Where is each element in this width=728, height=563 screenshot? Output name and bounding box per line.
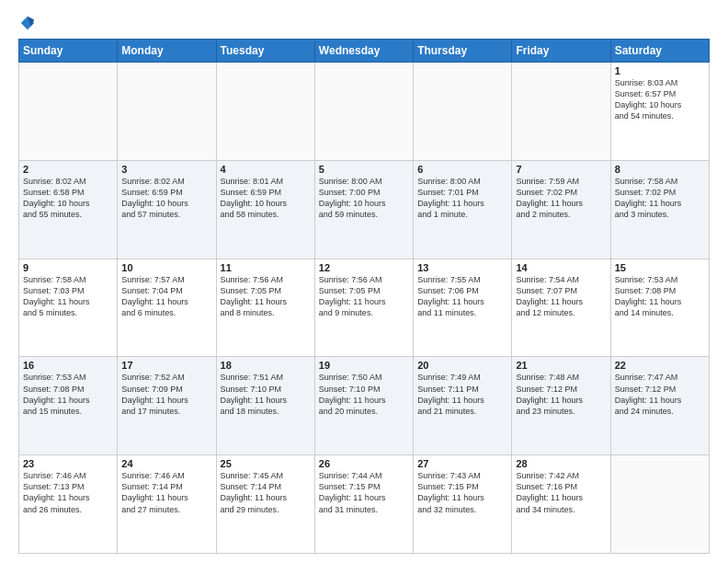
day-info: Sunrise: 7:56 AM Sunset: 7:05 PM Dayligh…	[221, 274, 311, 319]
calendar-cell: 3Sunrise: 8:02 AM Sunset: 6:59 PM Daylig…	[118, 160, 216, 259]
day-number: 26	[319, 458, 409, 469]
day-info: Sunrise: 7:57 AM Sunset: 7:04 PM Dayligh…	[121, 274, 211, 319]
day-info: Sunrise: 7:47 AM Sunset: 7:12 PM Dayligh…	[615, 372, 705, 417]
calendar-week-5: 23Sunrise: 7:46 AM Sunset: 7:13 PM Dayli…	[19, 455, 710, 554]
page: SundayMondayTuesdayWednesdayThursdayFrid…	[0, 0, 728, 563]
day-number: 28	[516, 458, 606, 469]
calendar-week-2: 2Sunrise: 8:02 AM Sunset: 6:58 PM Daylig…	[19, 160, 710, 259]
header	[18, 15, 710, 31]
day-info: Sunrise: 7:44 AM Sunset: 7:15 PM Dayligh…	[319, 470, 409, 515]
day-number: 21	[516, 360, 606, 371]
day-number: 27	[417, 458, 507, 469]
calendar-cell	[610, 455, 709, 554]
weekday-sunday: Sunday	[19, 40, 118, 63]
calendar-cell: 6Sunrise: 8:00 AM Sunset: 7:01 PM Daylig…	[414, 160, 512, 259]
calendar-cell	[216, 63, 314, 161]
calendar-cell: 28Sunrise: 7:42 AM Sunset: 7:16 PM Dayli…	[512, 455, 610, 554]
calendar-cell: 23Sunrise: 7:46 AM Sunset: 7:13 PM Dayli…	[19, 455, 118, 554]
day-info: Sunrise: 8:03 AM Sunset: 6:57 PM Dayligh…	[615, 77, 705, 122]
calendar-cell: 22Sunrise: 7:47 AM Sunset: 7:12 PM Dayli…	[610, 357, 709, 455]
calendar-cell: 7Sunrise: 7:59 AM Sunset: 7:02 PM Daylig…	[512, 160, 610, 259]
day-number: 13	[417, 262, 507, 273]
calendar-cell: 1Sunrise: 8:03 AM Sunset: 6:57 PM Daylig…	[610, 63, 709, 161]
day-number: 1	[615, 65, 705, 76]
calendar-cell	[19, 63, 118, 161]
day-info: Sunrise: 7:46 AM Sunset: 7:14 PM Dayligh…	[121, 470, 211, 515]
day-info: Sunrise: 7:45 AM Sunset: 7:14 PM Dayligh…	[221, 470, 311, 515]
calendar-cell	[512, 63, 610, 161]
day-number: 15	[615, 262, 705, 273]
calendar-table: SundayMondayTuesdayWednesdayThursdayFrid…	[18, 39, 710, 554]
calendar-cell: 27Sunrise: 7:43 AM Sunset: 7:15 PM Dayli…	[414, 455, 512, 554]
day-number: 2	[23, 164, 113, 175]
day-number: 23	[23, 458, 113, 469]
day-info: Sunrise: 7:52 AM Sunset: 7:09 PM Dayligh…	[121, 372, 211, 417]
calendar-cell	[414, 63, 512, 161]
weekday-header-row: SundayMondayTuesdayWednesdayThursdayFrid…	[19, 40, 710, 63]
day-number: 12	[319, 262, 409, 273]
day-number: 3	[121, 164, 211, 175]
calendar-cell: 10Sunrise: 7:57 AM Sunset: 7:04 PM Dayli…	[118, 259, 216, 357]
day-number: 20	[417, 360, 507, 371]
calendar-cell: 14Sunrise: 7:54 AM Sunset: 7:07 PM Dayli…	[512, 259, 610, 357]
day-info: Sunrise: 7:59 AM Sunset: 7:02 PM Dayligh…	[516, 176, 606, 221]
day-number: 25	[221, 458, 311, 469]
day-info: Sunrise: 8:01 AM Sunset: 6:59 PM Dayligh…	[221, 176, 311, 221]
calendar-cell: 9Sunrise: 7:58 AM Sunset: 7:03 PM Daylig…	[19, 259, 118, 357]
logo-text	[18, 15, 37, 31]
day-info: Sunrise: 8:00 AM Sunset: 7:00 PM Dayligh…	[319, 176, 409, 221]
day-number: 8	[615, 164, 705, 175]
day-number: 6	[417, 164, 507, 175]
calendar-cell: 26Sunrise: 7:44 AM Sunset: 7:15 PM Dayli…	[314, 455, 413, 554]
day-number: 22	[615, 360, 705, 371]
calendar-cell	[118, 63, 216, 161]
calendar-cell: 15Sunrise: 7:53 AM Sunset: 7:08 PM Dayli…	[610, 259, 709, 357]
day-info: Sunrise: 7:58 AM Sunset: 7:02 PM Dayligh…	[615, 176, 705, 221]
day-number: 5	[319, 164, 409, 175]
day-info: Sunrise: 7:51 AM Sunset: 7:10 PM Dayligh…	[221, 372, 311, 417]
day-info: Sunrise: 7:53 AM Sunset: 7:08 PM Dayligh…	[23, 372, 113, 417]
day-info: Sunrise: 7:48 AM Sunset: 7:12 PM Dayligh…	[516, 372, 606, 417]
day-info: Sunrise: 7:43 AM Sunset: 7:15 PM Dayligh…	[417, 470, 507, 515]
day-info: Sunrise: 7:54 AM Sunset: 7:07 PM Dayligh…	[516, 274, 606, 319]
day-number: 14	[516, 262, 606, 273]
calendar-cell: 21Sunrise: 7:48 AM Sunset: 7:12 PM Dayli…	[512, 357, 610, 455]
calendar-cell: 2Sunrise: 8:02 AM Sunset: 6:58 PM Daylig…	[19, 160, 118, 259]
day-info: Sunrise: 7:46 AM Sunset: 7:13 PM Dayligh…	[23, 470, 113, 515]
day-info: Sunrise: 8:00 AM Sunset: 7:01 PM Dayligh…	[417, 176, 507, 221]
calendar-cell: 4Sunrise: 8:01 AM Sunset: 6:59 PM Daylig…	[216, 160, 314, 259]
day-info: Sunrise: 7:49 AM Sunset: 7:11 PM Dayligh…	[417, 372, 507, 417]
weekday-monday: Monday	[118, 40, 216, 63]
weekday-tuesday: Tuesday	[216, 40, 314, 63]
day-number: 19	[319, 360, 409, 371]
calendar-cell: 11Sunrise: 7:56 AM Sunset: 7:05 PM Dayli…	[216, 259, 314, 357]
day-info: Sunrise: 8:02 AM Sunset: 6:58 PM Dayligh…	[23, 176, 113, 221]
day-info: Sunrise: 7:50 AM Sunset: 7:10 PM Dayligh…	[319, 372, 409, 417]
calendar-cell: 8Sunrise: 7:58 AM Sunset: 7:02 PM Daylig…	[610, 160, 709, 259]
day-number: 11	[221, 262, 311, 273]
calendar-cell: 20Sunrise: 7:49 AM Sunset: 7:11 PM Dayli…	[414, 357, 512, 455]
day-number: 7	[516, 164, 606, 175]
calendar-week-1: 1Sunrise: 8:03 AM Sunset: 6:57 PM Daylig…	[19, 63, 710, 161]
logo-icon	[19, 15, 36, 31]
calendar-cell: 19Sunrise: 7:50 AM Sunset: 7:10 PM Dayli…	[314, 357, 413, 455]
calendar-cell: 18Sunrise: 7:51 AM Sunset: 7:10 PM Dayli…	[216, 357, 314, 455]
day-number: 24	[121, 458, 211, 469]
weekday-saturday: Saturday	[610, 40, 709, 63]
day-number: 10	[121, 262, 211, 273]
calendar-cell: 13Sunrise: 7:55 AM Sunset: 7:06 PM Dayli…	[414, 259, 512, 357]
day-info: Sunrise: 7:56 AM Sunset: 7:05 PM Dayligh…	[319, 274, 409, 319]
calendar-cell	[314, 63, 413, 161]
day-number: 18	[221, 360, 311, 371]
day-info: Sunrise: 7:55 AM Sunset: 7:06 PM Dayligh…	[417, 274, 507, 319]
weekday-thursday: Thursday	[414, 40, 512, 63]
day-number: 17	[121, 360, 211, 371]
day-number: 9	[23, 262, 113, 273]
day-info: Sunrise: 7:58 AM Sunset: 7:03 PM Dayligh…	[23, 274, 113, 319]
calendar-week-4: 16Sunrise: 7:53 AM Sunset: 7:08 PM Dayli…	[19, 357, 710, 455]
day-number: 16	[23, 360, 113, 371]
day-number: 4	[221, 164, 311, 175]
day-info: Sunrise: 8:02 AM Sunset: 6:59 PM Dayligh…	[121, 176, 211, 221]
day-info: Sunrise: 7:42 AM Sunset: 7:16 PM Dayligh…	[516, 470, 606, 515]
calendar-cell: 24Sunrise: 7:46 AM Sunset: 7:14 PM Dayli…	[118, 455, 216, 554]
